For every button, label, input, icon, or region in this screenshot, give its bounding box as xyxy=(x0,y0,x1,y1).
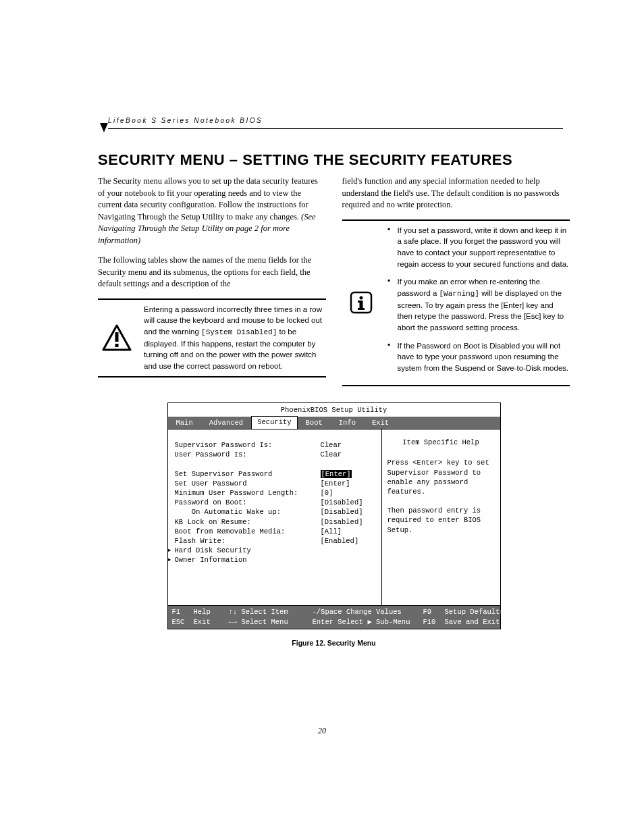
bios-tab-exit[interactable]: Exit xyxy=(364,417,397,429)
svg-rect-7 xyxy=(358,308,365,310)
bios-screenshot: PhoenixBIOS Setup Utility Main Advanced … xyxy=(167,402,501,629)
svg-rect-2 xyxy=(115,332,119,342)
tables-paragraph: The following tables show the names of t… xyxy=(98,255,326,290)
right-column: field's function and any special informa… xyxy=(342,176,570,390)
body-columns: The Security menu allows you to set up t… xyxy=(98,176,570,390)
note-rule-bottom xyxy=(98,376,326,377)
info-note: If you set a password, write it down and… xyxy=(342,225,570,381)
info-item-2: If you make an error when re-entering th… xyxy=(398,276,570,334)
bios-help-pane: Item Specific Help Press <Enter> key to … xyxy=(381,429,500,605)
bios-help-body: Press <Enter> key to set Supervisor Pass… xyxy=(387,458,495,534)
bios-settings: Supervisor Password Is:Clear User Passwo… xyxy=(168,429,381,605)
info-icon xyxy=(342,290,380,315)
page-number: 20 xyxy=(0,726,644,736)
note-rule-top xyxy=(98,298,326,300)
bios-row-blank xyxy=(175,460,377,469)
system-disabled-code: [System Disabled] xyxy=(201,328,277,336)
bios-row: Supervisor Password Is:Clear xyxy=(175,440,377,450)
bios-row[interactable]: Boot from Removable Media:[All] xyxy=(175,527,377,536)
bios-tab-security[interactable]: Security xyxy=(251,416,297,429)
bios-tab-main[interactable]: Main xyxy=(168,417,201,429)
svg-rect-8 xyxy=(358,301,361,303)
bios-row[interactable]: Minimum User Password Length:[0] xyxy=(175,488,377,498)
running-rule xyxy=(108,128,563,129)
info-item-1: If you set a password, write it down and… xyxy=(398,225,570,270)
bios-tab-advanced[interactable]: Advanced xyxy=(201,417,251,429)
bios-tabs: Main Advanced Security Boot Info Exit xyxy=(168,417,500,429)
bios-row[interactable]: KB Lock on Resume:[Disabled] xyxy=(175,517,377,527)
warning-text: Entering a password incorrectly three ti… xyxy=(144,304,326,372)
intro-paragraph: The Security menu allows you to set up t… xyxy=(98,176,326,246)
figure-caption: Figure 12. Security Menu xyxy=(98,639,570,647)
bios-tab-info[interactable]: Info xyxy=(331,417,364,429)
bios-title: PhoenixBIOS Setup Utility xyxy=(168,403,500,417)
continuation-paragraph: field's function and any special informa… xyxy=(342,176,570,211)
bios-body: Supervisor Password Is:Clear User Passwo… xyxy=(168,429,500,605)
info-item-3: If the Password on Boot is Disabled you … xyxy=(398,340,570,374)
running-head-text: LifeBook S Series Notebook BIOS xyxy=(108,117,263,124)
running-head: LifeBook S Series Notebook BIOS xyxy=(108,113,563,129)
bios-row[interactable]: Set User Password[Enter] xyxy=(175,479,377,488)
page-title: SECURITY MENU – SETTING THE SECURITY FEA… xyxy=(98,151,570,169)
warning-icon xyxy=(98,324,136,351)
bios-footer-row-2: ESC Exit ←→ Select Menu Enter Select ▶ S… xyxy=(172,617,496,627)
info-rule-top xyxy=(342,219,570,221)
warning-code: [Warning] xyxy=(439,290,479,298)
bios-help-title: Item Specific Help xyxy=(387,438,495,447)
svg-marker-0 xyxy=(100,123,108,132)
bios-row-set-supervisor[interactable]: Set Supervisor Password[Enter] xyxy=(175,469,377,479)
warning-note: Entering a password incorrectly three ti… xyxy=(98,304,326,372)
bios-footer-row-1: F1 Help ↑↓ Select Item -/Space Change Va… xyxy=(172,607,496,617)
bios-submenu-hard-disk[interactable]: Hard Disk Security xyxy=(175,546,377,555)
bios-row[interactable]: Flash Write:[Enabled] xyxy=(175,536,377,546)
bios-row: User Password Is:Clear xyxy=(175,450,377,459)
bios-row[interactable]: Password on Boot:[Disabled] xyxy=(175,498,377,507)
info-text: If you set a password, write it down and… xyxy=(388,225,570,381)
bios-footer: F1 Help ↑↓ Select Item -/Space Change Va… xyxy=(168,605,500,628)
left-column: The Security menu allows you to set up t… xyxy=(98,176,326,390)
page: LifeBook S Series Notebook BIOS SECURITY… xyxy=(0,0,644,834)
svg-rect-3 xyxy=(115,344,119,347)
bios-row[interactable]: On Automatic Wake up:[Disabled] xyxy=(175,507,377,517)
bios-tab-boot[interactable]: Boot xyxy=(298,417,331,429)
svg-point-5 xyxy=(359,296,363,300)
bios-submenu-owner[interactable]: Owner Information xyxy=(175,555,377,565)
info-rule-bottom xyxy=(342,385,570,386)
page-tick-icon xyxy=(100,123,108,135)
intro-text: The Security menu allows you to set up t… xyxy=(98,176,318,221)
